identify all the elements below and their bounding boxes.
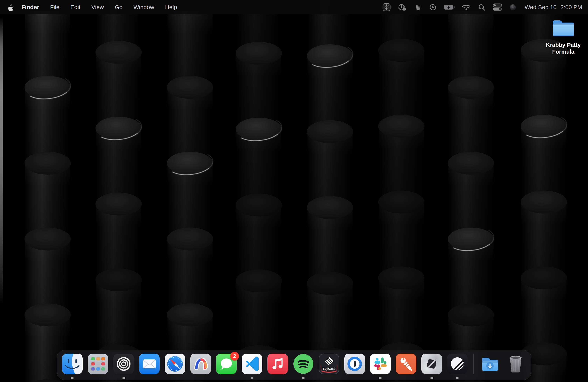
linear-icon: [447, 354, 468, 374]
arc-browser-icon: [190, 354, 211, 374]
concentric-rings-icon: [113, 354, 134, 374]
dock-slack[interactable]: [370, 354, 391, 374]
apple-menu[interactable]: [8, 4, 14, 11]
launchpad-icon: [88, 354, 108, 374]
running-indicator: [456, 377, 459, 379]
dark-tilted-card-icon: [421, 354, 442, 374]
apple-logo-icon: [8, 4, 14, 11]
dock-launchpad[interactable]: [88, 354, 108, 374]
running-indicator: [302, 377, 305, 379]
dock-postman[interactable]: [396, 354, 416, 374]
app-menu-finder[interactable]: Finder: [21, 4, 39, 11]
dock-concentric-rings-app[interactable]: [113, 354, 134, 374]
running-indicator: [123, 377, 125, 379]
desktop-wallpaper: [0, 0, 588, 382]
downloads-folder-icon: [480, 354, 500, 375]
dock-spotify[interactable]: [293, 354, 314, 374]
dock-apple-music[interactable]: [267, 354, 288, 374]
running-indicator: [251, 377, 253, 379]
menu-window[interactable]: Window: [133, 4, 154, 11]
dock-arc-browser[interactable]: [190, 354, 211, 374]
dock-mail[interactable]: [139, 354, 160, 374]
dock-1password[interactable]: [344, 354, 365, 374]
profile-avatar-icon[interactable]: [509, 3, 517, 11]
spotify-icon: [293, 354, 314, 375]
dock-vscode[interactable]: [242, 354, 262, 374]
menu-file[interactable]: File: [50, 4, 60, 11]
apple-music-icon: [267, 354, 288, 374]
dock-raycast[interactable]: raycast: [319, 354, 339, 374]
notification-badge: 2: [230, 352, 239, 361]
raycast-label: raycast: [319, 367, 339, 371]
menu-help[interactable]: Help: [165, 4, 177, 11]
menu-bar: Finder File Edit View Go Window Help: [0, 0, 588, 14]
menu-edit[interactable]: Edit: [70, 4, 81, 11]
slack-icon: [370, 354, 391, 374]
sparkle-tile-status-icon[interactable]: [382, 3, 391, 11]
wifi-status-icon[interactable]: [462, 4, 471, 11]
spotlight-search-icon[interactable]: [478, 3, 486, 11]
striped-tag-status-icon[interactable]: [413, 3, 422, 12]
menu-view[interactable]: View: [91, 4, 104, 11]
menu-go[interactable]: Go: [115, 4, 123, 11]
trash-icon: [505, 354, 526, 375]
folder-icon: [551, 18, 575, 38]
wallpaper-edge-highlight: [0, 17, 3, 305]
dock-dark-tilted-card-app[interactable]: [421, 354, 442, 374]
vscode-icon: [242, 354, 262, 374]
dock: 2: [57, 350, 531, 380]
dock-downloads-folder[interactable]: [480, 354, 500, 374]
dock-safari[interactable]: [165, 354, 185, 374]
dock-finder[interactable]: [62, 354, 83, 374]
dock-trash[interactable]: [505, 354, 526, 374]
menu-bar-left: Finder File Edit View Go Window Help: [0, 4, 177, 11]
dock-linear[interactable]: [447, 354, 468, 374]
raycast-icon: raycast: [319, 354, 339, 374]
control-center-icon[interactable]: [492, 3, 503, 11]
battery-charging-status-icon[interactable]: [444, 4, 455, 10]
mail-icon: [139, 354, 160, 374]
dock-messages[interactable]: 2: [216, 354, 237, 374]
running-indicator: [379, 377, 382, 379]
running-indicator: [431, 377, 433, 379]
menu-bar-clock[interactable]: Wed Sep 10 2:00 PM: [525, 4, 582, 11]
timer-lock-status-icon[interactable]: [398, 3, 406, 12]
safari-icon: [165, 354, 185, 374]
postman-icon: [396, 354, 416, 374]
clock-time: 2:00 PM: [560, 4, 582, 11]
finder-icon: [62, 354, 83, 374]
desktop-folder-krabby-patty-formula[interactable]: Krabby Patty Formula: [543, 18, 584, 55]
menu-bar-status-area: Wed Sep 10 2:00 PM: [382, 3, 588, 12]
now-playing-status-icon[interactable]: [429, 3, 437, 11]
macos-desktop: Finder File Edit View Go Window Help: [0, 0, 588, 382]
running-indicator: [71, 377, 74, 379]
clock-date: Wed Sep 10: [525, 4, 557, 11]
dock-divider: [473, 354, 474, 374]
one-password-icon: [344, 354, 365, 374]
folder-label: Krabby Patty Formula: [543, 42, 584, 55]
